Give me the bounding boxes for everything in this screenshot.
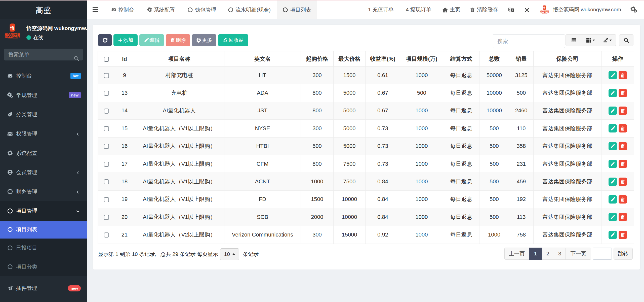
svg-text:悟空源码网: 悟空源码网: [5, 32, 20, 38]
svg-text:悟: 悟: [10, 26, 14, 30]
svg-text:悟: 悟: [543, 6, 546, 9]
svg-text:悟空源码网: 悟空源码网: [540, 10, 549, 13]
svg-text:ww.wukongymw.cm: ww.wukongymw.cm: [7, 38, 18, 40]
svg-text:ww.wukongymw.cm: ww.wukongymw.cm: [542, 13, 547, 14]
